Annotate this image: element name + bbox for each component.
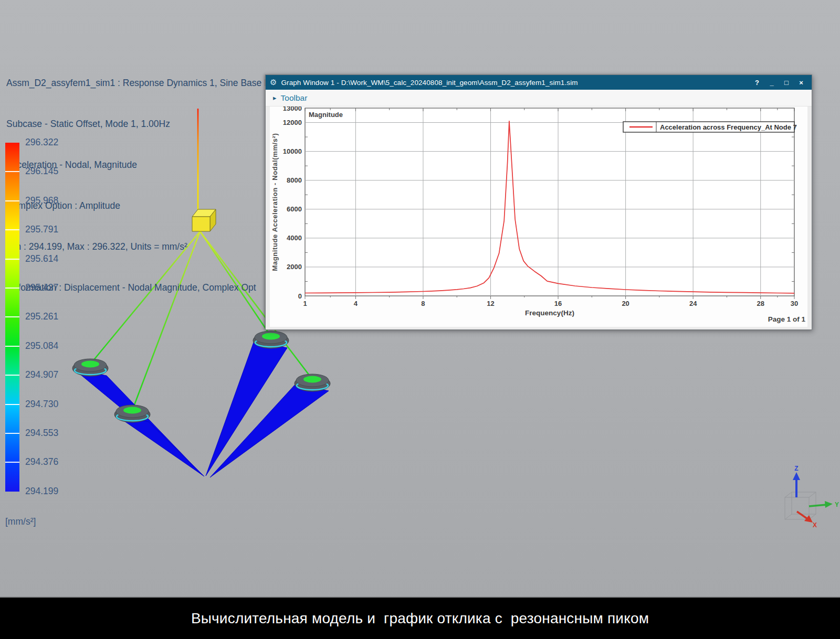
svg-text:30: 30	[791, 300, 798, 307]
colorbar-tick	[5, 375, 19, 376]
colorbar-segment	[5, 230, 19, 259]
colorbar-tick	[5, 229, 19, 230]
svg-text:Magnitude: Magnitude	[309, 111, 343, 119]
colorbar-tick	[5, 259, 19, 260]
colorbar	[5, 143, 19, 492]
colorbar-tick	[5, 200, 19, 201]
model-mount	[295, 374, 330, 391]
model-mount	[114, 405, 150, 422]
colorbar-tick	[5, 346, 19, 347]
maximize-button[interactable]: □	[780, 77, 793, 88]
svg-text:28: 28	[757, 300, 764, 307]
graph-window-titlebar[interactable]: ⚙ Graph Window 1 - D:\Work_WM\5_calc_202…	[266, 75, 812, 90]
y-axis-title: Magnitude Acceleration - Nodal(mm/s²)	[271, 133, 279, 271]
mount-node	[123, 407, 141, 414]
colorbar-segment	[5, 201, 19, 230]
graph-window: ⚙ Graph Window 1 - D:\Work_WM\5_calc_202…	[265, 74, 812, 330]
y-axis-arrow	[809, 505, 826, 506]
colorbar-segment	[5, 288, 19, 317]
page-indicator: Page 1 of 1	[768, 315, 806, 323]
colorbar-segment	[5, 143, 19, 172]
colorbar-segment	[5, 462, 19, 491]
help-button[interactable]: ?	[751, 77, 763, 88]
svg-text:8000: 8000	[287, 176, 302, 184]
svg-text:6000: 6000	[287, 205, 302, 213]
colorbar-tick	[5, 171, 19, 172]
chart-legend: Acceleration across Frequency_At Node 7	[623, 122, 797, 132]
colorbar-tick	[5, 462, 19, 463]
svg-text:X: X	[813, 521, 817, 529]
svg-text:Y: Y	[835, 501, 839, 508]
colorbar-segment	[5, 433, 19, 462]
model-wedge	[116, 415, 204, 476]
x-axis-arrow	[797, 512, 807, 519]
colorbar-tick	[5, 404, 19, 405]
legend-series-label: Acceleration across Frequency_At Node 7	[660, 123, 797, 131]
svg-text:Frequency(Hz): Frequency(Hz)	[525, 309, 574, 317]
svg-text:13000: 13000	[283, 106, 302, 112]
application-viewport: Assm_D2_assyfem1_sim1 : Response Dynamic…	[0, 0, 840, 639]
mount-node	[303, 376, 321, 383]
colorbar-tick	[5, 316, 19, 317]
model-mount	[72, 359, 108, 376]
svg-text:Z: Z	[794, 466, 798, 472]
toolbar-label: Toolbar	[281, 93, 308, 103]
response-chart: 0200040006000800010000120001300014812162…	[266, 106, 812, 329]
graph-toolbar-expander[interactable]: ▸ Toolbar	[266, 90, 812, 106]
mount-node	[81, 361, 99, 368]
orientation-triad: ZYX	[776, 466, 840, 529]
svg-text:12: 12	[487, 300, 494, 307]
svg-text:12000: 12000	[283, 119, 302, 126]
graph-plot-region: 0200040006000800010000120001300014812162…	[266, 106, 812, 329]
gear-icon[interactable]: ⚙	[270, 78, 277, 87]
minimize-button[interactable]: _	[765, 77, 778, 88]
svg-text:8: 8	[421, 300, 425, 307]
colorbar-segment	[5, 404, 19, 433]
svg-text:0: 0	[298, 292, 302, 300]
svg-text:4000: 4000	[287, 234, 302, 242]
colorbar-tick	[5, 287, 19, 289]
colorbar-segment	[5, 375, 19, 404]
colorbar-segment	[5, 172, 19, 200]
colorbar-unit-label: [mm/s²]	[5, 516, 36, 527]
chevron-right-icon: ▸	[273, 94, 277, 102]
mount-node	[262, 333, 280, 340]
svg-text:1: 1	[303, 300, 307, 307]
colorbar-segment	[5, 346, 19, 375]
graph-window-title: Graph Window 1 - D:\Work_WM\5_calc_20240…	[281, 79, 751, 87]
svg-text:16: 16	[554, 300, 562, 307]
svg-text:10000: 10000	[283, 147, 302, 155]
svg-text:24: 24	[689, 300, 697, 307]
plot-frame	[305, 108, 794, 296]
colorbar-segment	[5, 317, 19, 346]
colorbar-segment	[5, 259, 19, 288]
model-mount	[253, 331, 289, 348]
colorbar-tick	[5, 433, 19, 434]
svg-text:20: 20	[622, 300, 629, 307]
close-button[interactable]: ×	[795, 77, 807, 88]
svg-text:2000: 2000	[287, 263, 302, 271]
svg-text:4: 4	[354, 300, 358, 307]
